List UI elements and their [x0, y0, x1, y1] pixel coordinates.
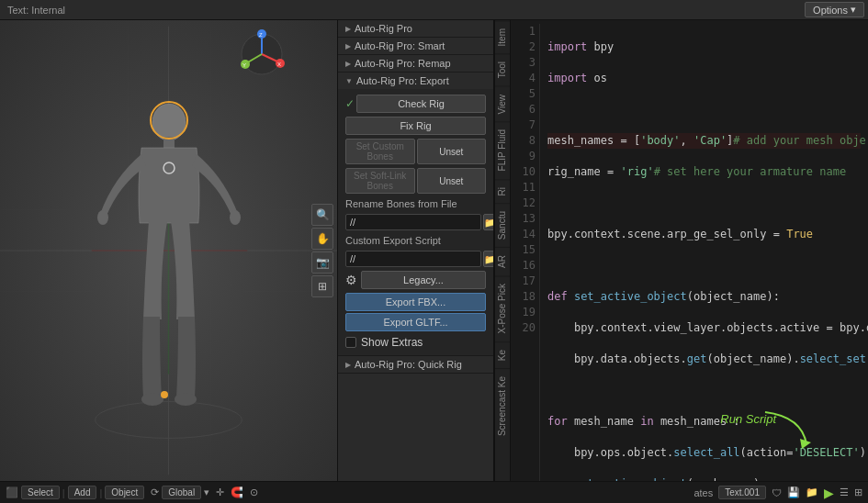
- cursor-icon: ✛: [216, 486, 224, 498]
- vtab-xpose[interactable]: X-Pose Pick: [495, 275, 510, 341]
- rename-bones-label: Rename Bones from File: [338, 196, 493, 212]
- export-gltf-button[interactable]: Export GLTF...: [345, 313, 486, 331]
- vtab-tool[interactable]: Tool: [495, 53, 510, 85]
- tool-grab[interactable]: ✋: [311, 228, 333, 250]
- svg-text:Y: Y: [242, 62, 246, 68]
- panel-item-arp-export[interactable]: Auto-Rig Pro: Export: [338, 73, 493, 89]
- legacy-row: ⚙ Legacy...: [338, 269, 493, 291]
- statusbar-right: ates Text.001 🛡 💾 📁 ▶ ☰ ⊞: [693, 486, 862, 500]
- panel-item-arp-smart[interactable]: Auto-Rig Pro: Smart: [338, 38, 493, 54]
- viewport-icon: ⬛: [6, 486, 18, 498]
- text-internal-label: Text: Internal: [7, 5, 65, 16]
- tool-select[interactable]: 🔍: [311, 204, 333, 226]
- custom-script-input[interactable]: [345, 251, 481, 267]
- add-button[interactable]: Add: [68, 486, 97, 499]
- export-fbx-button[interactable]: Export FBX...: [345, 293, 486, 311]
- side-panel: Auto-Rig Pro Auto-Rig Pro: Smart Auto-Ri…: [338, 20, 494, 481]
- list-icon: ☰: [840, 486, 849, 498]
- dropdown-icon: ▾: [204, 486, 209, 498]
- vtab-flip-fluid[interactable]: FLIP Fluid: [495, 121, 510, 178]
- run-script-arrow: [756, 408, 820, 453]
- show-extras-checkbox[interactable]: [345, 337, 356, 348]
- panel-item-arp-remap[interactable]: Auto-Rig Pro: Remap: [338, 55, 493, 72]
- snap-icon: 🧲: [231, 486, 243, 498]
- header-bar: Text: Internal Options ▾: [0, 0, 868, 20]
- select-button[interactable]: Select: [21, 486, 60, 499]
- check-rig-button[interactable]: Check Rig: [356, 95, 486, 113]
- viewport-tools: 🔍 ✋ 📷 ⊞: [311, 204, 333, 297]
- play-icon[interactable]: ▶: [824, 486, 834, 500]
- show-extras-label: Show Extras: [361, 336, 423, 349]
- cursor-text: ates: [693, 487, 713, 498]
- rename-bones-file-icon[interactable]: 📁: [483, 214, 494, 230]
- panel-item-quick-rig[interactable]: Auto-Rig Pro: Quick Rig: [338, 356, 493, 373]
- viewport-gizmo[interactable]: Z X Y: [237, 29, 287, 79]
- soft-link-bones-row: Set Soft-Link Bones Unset: [338, 166, 493, 196]
- character-model: [86, 49, 252, 416]
- vtab-view[interactable]: View: [495, 86, 510, 122]
- svg-point-14: [175, 393, 197, 406]
- custom-bones-row: Set Custom Bones Unset: [338, 137, 493, 166]
- panel-section-quick-rig: Auto-Rig Pro: Quick Rig: [338, 356, 493, 374]
- panel-export-content: ✓ Check Rig Fix Rig Set Custom Bones Uns…: [338, 89, 493, 355]
- proportional-icon: ⊙: [250, 486, 258, 498]
- show-extras-row[interactable]: Show Extras: [338, 333, 493, 352]
- check-icon: ✓: [345, 97, 355, 110]
- pivot-point: [161, 391, 168, 398]
- header-options: Options ▾: [805, 2, 868, 17]
- gear-icon: ⚙: [345, 273, 357, 287]
- folder-icon: 📁: [806, 486, 818, 498]
- shield-icon: 🛡: [772, 487, 782, 498]
- statusbar-left: ⬛ Select | Add | Object ⟳ Global ▾ ✛ 🧲 ⊙: [6, 486, 258, 499]
- global-button[interactable]: Global: [162, 486, 201, 499]
- custom-script-file-icon[interactable]: 📁: [483, 251, 494, 267]
- sep2: |: [99, 487, 102, 498]
- vtab-screencast[interactable]: Screencast Ke: [495, 368, 510, 443]
- tool-grid[interactable]: ⊞: [311, 275, 333, 297]
- panel-item-arp[interactable]: Auto-Rig Pro: [338, 20, 493, 37]
- custom-export-script-label: Custom Export Script: [338, 232, 493, 249]
- fix-rig-button[interactable]: Fix Rig: [345, 117, 486, 135]
- code-editor-wrapper: 12345 678910 1112131415 1617181920 impor…: [511, 20, 868, 481]
- vtab-ri[interactable]: Ri: [495, 179, 510, 203]
- vtab-ke[interactable]: Ke: [495, 341, 510, 368]
- viewport[interactable]: Z X Y 🔍 ✋ 📷 ⊞: [0, 20, 338, 481]
- unset-soft-link-bones-button[interactable]: Unset: [417, 168, 487, 194]
- svg-text:X: X: [277, 61, 281, 67]
- rename-bones-input[interactable]: [345, 214, 481, 230]
- check-rig-row: ✓ Check Rig: [338, 93, 493, 115]
- custom-script-input-row: 📁: [338, 249, 493, 269]
- unset-custom-bones-button[interactable]: Unset: [417, 139, 487, 164]
- tool-camera[interactable]: 📷: [311, 252, 333, 274]
- panel-section-arp-remap: Auto-Rig Pro: Remap: [338, 55, 493, 73]
- save-icon: 💾: [787, 486, 800, 498]
- line-numbers: 12345 678910 1112131415 1617181920: [511, 24, 540, 481]
- options-button[interactable]: Options ▾: [805, 2, 864, 17]
- text-file-button[interactable]: Text.001: [718, 486, 766, 499]
- transform-icon: ⟳: [151, 486, 159, 498]
- object-button[interactable]: Object: [105, 486, 144, 499]
- set-soft-link-bones-button[interactable]: Set Soft-Link Bones: [345, 168, 415, 194]
- rename-bones-input-row: 📁: [338, 212, 493, 232]
- svg-point-13: [141, 393, 163, 406]
- vtab-ar[interactable]: AR: [495, 247, 510, 275]
- statusbar: ⬛ Select | Add | Object ⟳ Global ▾ ✛ 🧲 ⊙…: [0, 481, 868, 503]
- main-content: Z X Y 🔍 ✋ 📷 ⊞: [0, 20, 868, 481]
- viewport-background: Z X Y 🔍 ✋ 📷 ⊞: [0, 20, 337, 481]
- panel-section-arp-smart: Auto-Rig Pro: Smart: [338, 38, 493, 55]
- svg-text:Z: Z: [259, 32, 263, 38]
- panel-section-arp-export: Auto-Rig Pro: Export ✓ Check Rig Fix Rig…: [338, 73, 493, 356]
- legacy-button[interactable]: Legacy...: [361, 271, 486, 289]
- svg-point-12: [230, 210, 241, 225]
- grid-icon: ⊞: [854, 486, 862, 498]
- set-custom-bones-button[interactable]: Set Custom Bones: [345, 139, 415, 164]
- vertical-tabs: Item Tool View FLIP Fluid Ri Sanctu AR X…: [494, 20, 511, 481]
- vtab-sanctu[interactable]: Sanctu: [495, 203, 510, 247]
- svg-point-11: [97, 210, 108, 225]
- sep1: |: [62, 487, 65, 498]
- panel-section-arp: Auto-Rig Pro: [338, 20, 493, 38]
- vtab-item[interactable]: Item: [495, 20, 510, 53]
